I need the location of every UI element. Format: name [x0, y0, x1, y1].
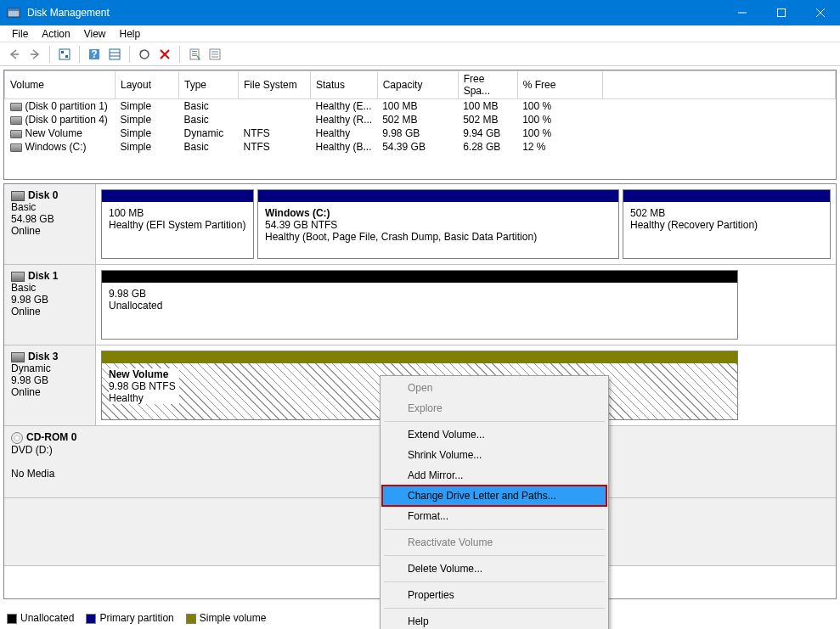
properties-button[interactable]	[185, 45, 204, 64]
ctx-help[interactable]: Help	[382, 611, 606, 629]
partition-status: Unallocated	[109, 300, 730, 312]
window-title: Disk Management	[27, 7, 723, 19]
ctx-change-drive-letter[interactable]: Change Drive Letter and Paths...	[382, 486, 606, 506]
partition-size: 54.39 GB NTFS	[265, 219, 612, 231]
disk-state: Online	[11, 306, 41, 317]
table-row[interactable]: New VolumeSimpleDynamicNTFSHealthy9.98 G…	[5, 126, 836, 140]
disk-size: 9.98 GB	[11, 294, 48, 306]
svg-rect-1	[8, 8, 20, 11]
menu-file[interactable]: File	[5, 26, 35, 42]
col-volume[interactable]: Volume	[5, 71, 116, 99]
partition-status: Healthy (EFI System Partition)	[109, 219, 246, 231]
partition-size: 502 MB	[630, 207, 823, 219]
disk-type: Dynamic	[11, 362, 51, 374]
partition-status: Healthy (Boot, Page File, Crash Dump, Ba…	[265, 231, 612, 243]
ctx-properties[interactable]: Properties	[382, 585, 606, 605]
context-menu: Open Explore Extend Volume... Shrink Vol…	[380, 375, 609, 629]
disk-state: No Media	[11, 468, 54, 480]
partition-size: 9.98 GB NTFS	[109, 380, 176, 392]
swatch-unallocated	[7, 614, 17, 624]
col-freespace[interactable]: Free Spa...	[458, 71, 517, 99]
col-spacer	[602, 71, 835, 99]
disk-0-row: Disk 0 Basic 54.98 GB Online 100 MB Heal…	[4, 184, 836, 265]
menu-view[interactable]: View	[77, 26, 113, 42]
svg-rect-10	[65, 55, 68, 58]
disk-size: 9.98 GB	[11, 374, 48, 386]
close-button[interactable]	[801, 0, 840, 25]
svg-rect-21	[192, 53, 197, 54]
table-button[interactable]	[105, 45, 124, 64]
disk-1-unallocated[interactable]: 9.98 GB Unallocated	[101, 270, 738, 340]
ctx-explore: Explore	[382, 398, 606, 418]
disk-icon	[11, 191, 25, 201]
ctx-add-mirror[interactable]: Add Mirror...	[382, 465, 606, 486]
svg-rect-8	[59, 49, 70, 59]
svg-rect-20	[192, 51, 197, 52]
menu-action[interactable]: Action	[35, 26, 76, 42]
partition-title: Windows (C:)	[265, 207, 330, 219]
disk-state: Online	[11, 225, 41, 237]
ctx-extend-volume[interactable]: Extend Volume...	[382, 424, 606, 445]
table-row[interactable]: (Disk 0 partition 1)SimpleBasicHealthy (…	[5, 99, 836, 114]
disk-name: Disk 3	[28, 351, 58, 362]
volume-list-pane: Volume Layout Type File System Status Ca…	[3, 70, 837, 180]
partition-title: New Volume	[109, 368, 168, 380]
forward-button[interactable]	[25, 45, 44, 64]
svg-rect-3	[778, 9, 786, 17]
ctx-delete-volume[interactable]: Delete Volume...	[382, 559, 606, 579]
disk-name: Disk 0	[28, 189, 58, 201]
col-capacity[interactable]: Capacity	[377, 71, 458, 99]
minimize-button[interactable]	[723, 0, 762, 25]
partition-size: 100 MB	[109, 207, 246, 219]
disk-icon	[11, 272, 25, 282]
disk-1-row: Disk 1 Basic 9.98 GB Online 9.98 GB Unal…	[4, 265, 836, 345]
volume-icon	[10, 116, 22, 125]
back-button[interactable]	[5, 45, 24, 64]
disk-1-label[interactable]: Disk 1 Basic 9.98 GB Online	[4, 265, 96, 345]
titlebar: Disk Management	[0, 0, 840, 25]
legend-unallocated: Unallocated	[20, 612, 74, 624]
swatch-simple	[186, 614, 196, 624]
volume-icon	[10, 103, 22, 111]
list-button[interactable]	[206, 45, 224, 64]
col-layout[interactable]: Layout	[116, 71, 179, 99]
ctx-shrink-volume[interactable]: Shrink Volume...	[382, 445, 606, 465]
disk-0-label[interactable]: Disk 0 Basic 54.98 GB Online	[4, 184, 96, 264]
table-row[interactable]: (Disk 0 partition 4)SimpleBasicHealthy (…	[5, 113, 836, 126]
partition-status: Healthy (Recovery Partition)	[630, 219, 823, 231]
menu-help[interactable]: Help	[113, 26, 148, 42]
disk-name: Disk 1	[28, 270, 58, 282]
disk-0-partition-4[interactable]: 502 MB Healthy (Recovery Partition)	[623, 189, 831, 259]
volume-icon	[10, 130, 22, 138]
disk-3-label[interactable]: Disk 3 Dynamic 9.98 GB Online	[4, 345, 96, 425]
refresh-button[interactable]	[135, 45, 154, 64]
disk-0-windows-c[interactable]: Windows (C:) 54.39 GB NTFS Healthy (Boot…	[257, 189, 619, 259]
settings-button[interactable]	[55, 45, 74, 64]
legend-simple: Simple volume	[200, 612, 267, 624]
delete-button[interactable]	[155, 45, 174, 64]
col-filesystem[interactable]: File System	[239, 71, 311, 99]
help-button[interactable]: ?	[85, 45, 104, 64]
maximize-button[interactable]	[762, 0, 801, 25]
table-row[interactable]: Windows (C:)SimpleBasicNTFSHealthy (B...…	[5, 140, 836, 154]
disk-0-partition-1[interactable]: 100 MB Healthy (EFI System Partition)	[101, 189, 254, 259]
disk-type: Basic	[11, 282, 36, 294]
ctx-reactivate-volume: Reactivate Volume	[382, 532, 606, 553]
disk-type: Basic	[11, 201, 36, 213]
disk-size: 54.98 GB	[11, 213, 54, 225]
disk-management-icon	[7, 6, 20, 20]
disk-name: CD-ROM 0	[26, 431, 76, 443]
partition-status: Healthy	[109, 392, 176, 404]
disk-state: Online	[11, 386, 41, 398]
col-status[interactable]: Status	[311, 71, 378, 99]
legend-primary: Primary partition	[99, 612, 173, 624]
col-pctfree[interactable]: % Free	[517, 71, 602, 99]
ctx-format[interactable]: Format...	[382, 506, 606, 526]
menubar: File Action View Help	[0, 25, 840, 42]
svg-rect-13	[110, 49, 120, 59]
ctx-open: Open	[382, 378, 606, 398]
toolbar: ?	[0, 42, 840, 66]
volume-icon	[10, 143, 22, 152]
legend: Unallocated Primary partition Simple vol…	[7, 612, 266, 624]
col-type[interactable]: Type	[179, 71, 239, 99]
